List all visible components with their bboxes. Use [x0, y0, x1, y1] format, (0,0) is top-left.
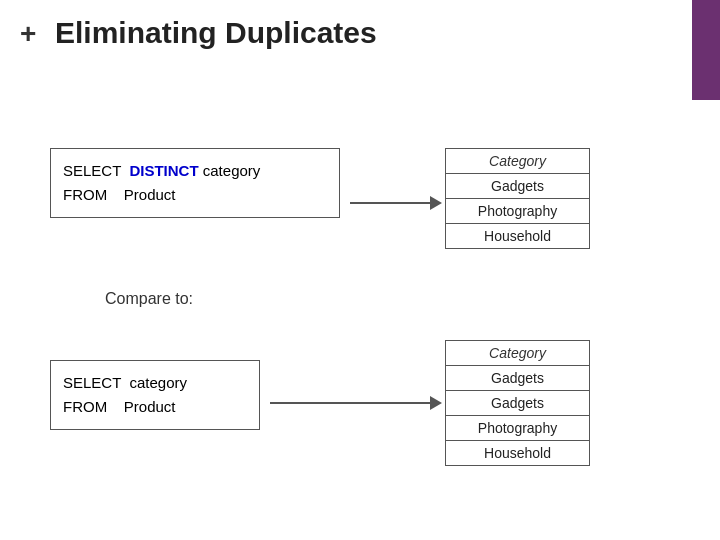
select-keyword-bottom: SELECT: [63, 374, 121, 391]
arrow-line-top: [350, 202, 430, 204]
top-result-row-3: Household: [446, 224, 589, 248]
from-keyword-top: FROM: [63, 186, 107, 203]
bottom-result-row-4: Household: [446, 441, 589, 465]
product-keyword-bottom: Product: [124, 398, 176, 415]
page-title: Eliminating Duplicates: [55, 16, 377, 50]
arrow-line-bottom: [270, 402, 430, 404]
bottom-result-header: Category: [446, 341, 589, 366]
bottom-result-row-2: Gadgets: [446, 391, 589, 416]
compare-label: Compare to:: [105, 290, 193, 308]
arrow-top: [350, 196, 442, 210]
top-result-row-1: Gadgets: [446, 174, 589, 199]
plus-sign: +: [20, 18, 36, 50]
bottom-result-row-1: Gadgets: [446, 366, 589, 391]
product-keyword-top: Product: [124, 186, 176, 203]
select-keyword-top: SELECT: [63, 162, 121, 179]
arrow-head-bottom: [430, 396, 442, 410]
from-keyword-bottom: FROM: [63, 398, 107, 415]
bottom-result-table: Category Gadgets Gadgets Photography Hou…: [445, 340, 590, 466]
top-query-box: SELECT DISTINCT category FROM Product: [50, 148, 340, 218]
bottom-result-row-3: Photography: [446, 416, 589, 441]
arrow-head-top: [430, 196, 442, 210]
top-result-row-2: Photography: [446, 199, 589, 224]
accent-rectangle: [692, 0, 720, 100]
arrow-bottom: [270, 396, 442, 410]
category-keyword-top: category: [203, 162, 261, 179]
bottom-query-box: SELECT category FROM Product: [50, 360, 260, 430]
top-result-table: Category Gadgets Photography Household: [445, 148, 590, 249]
top-result-header: Category: [446, 149, 589, 174]
category-keyword-bottom: category: [129, 374, 187, 391]
distinct-keyword: DISTINCT: [129, 162, 198, 179]
